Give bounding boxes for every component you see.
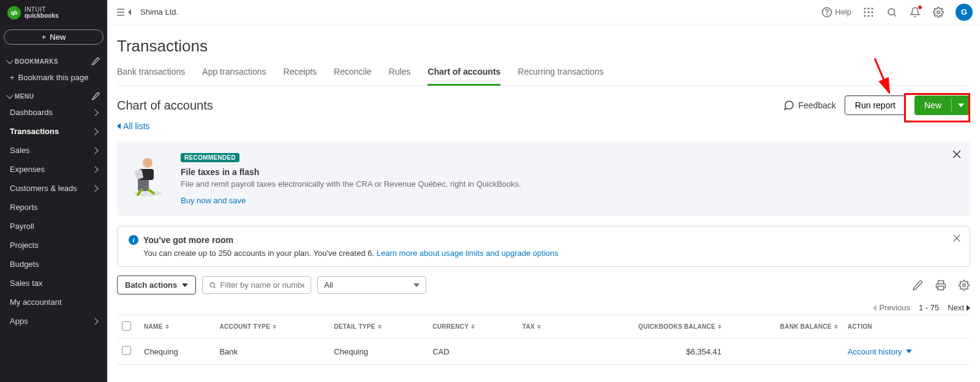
nav-budgets[interactable]: Budgets xyxy=(0,255,107,274)
nav-payroll[interactable]: Payroll xyxy=(0,217,107,236)
chevron-right-icon xyxy=(91,147,98,154)
col-bank-balance[interactable]: BANK BALANCE xyxy=(726,315,843,339)
sort-icon xyxy=(378,324,382,329)
nav-apps[interactable]: Apps xyxy=(0,312,107,331)
user-avatar[interactable]: G xyxy=(956,4,973,21)
col-qb-balance[interactable]: QUICKBOOKS BALANCE xyxy=(566,315,726,339)
all-lists-link[interactable]: All lists xyxy=(117,121,150,131)
next-label: Next xyxy=(948,303,964,312)
chevron-right-icon xyxy=(91,128,98,135)
run-report-button[interactable]: Run report xyxy=(845,96,906,115)
collapse-sidebar-icon[interactable] xyxy=(117,8,132,17)
learn-more-link[interactable]: Learn more about usage limits and upgrad… xyxy=(377,249,559,258)
previous-label: Previous xyxy=(879,303,910,312)
page-range: 1 - 75 xyxy=(919,303,939,312)
settings-icon[interactable] xyxy=(932,6,944,18)
close-icon[interactable] xyxy=(952,149,962,159)
edit-columns-icon[interactable] xyxy=(911,279,924,291)
tab-bank-transactions[interactable]: Bank transactions xyxy=(117,67,185,86)
tab-receipts[interactable]: Receipts xyxy=(284,67,317,86)
menu-label: MENU xyxy=(15,93,34,100)
plus-icon: + xyxy=(42,32,47,42)
type-filter-select[interactable]: All xyxy=(317,276,426,294)
col-name[interactable]: NAME xyxy=(139,315,214,339)
table-settings-icon[interactable] xyxy=(958,279,970,291)
bookmarks-header[interactable]: BOOKMARKS xyxy=(0,52,107,68)
row-checkbox[interactable] xyxy=(122,346,131,355)
sort-icon xyxy=(718,324,722,329)
col-detail-type[interactable]: DETAIL TYPE xyxy=(329,315,428,339)
svg-point-12 xyxy=(868,15,870,17)
svg-point-26 xyxy=(210,282,214,286)
account-history-link[interactable]: Account history xyxy=(848,347,965,356)
nav-sales-tax[interactable]: Sales tax xyxy=(0,274,107,293)
search-icon[interactable] xyxy=(886,6,898,18)
search-icon xyxy=(209,281,216,290)
sort-icon xyxy=(471,324,475,329)
help-label: Help xyxy=(835,7,851,17)
svg-line-15 xyxy=(894,14,896,17)
nav-reports[interactable]: Reports xyxy=(0,198,107,217)
help-button[interactable]: Help xyxy=(821,7,851,18)
svg-point-7 xyxy=(872,7,873,9)
new-account-dropdown[interactable] xyxy=(951,99,970,112)
new-account-button[interactable]: New xyxy=(914,96,951,115)
batch-actions-label: Batch actions xyxy=(125,280,177,290)
nav-dashboards[interactable]: Dashboards xyxy=(0,103,107,122)
nav-expenses[interactable]: Expenses xyxy=(0,160,107,179)
pagination: Previous 1 - 75 Next xyxy=(117,303,970,312)
table-row[interactable]: Chequing Bank Chequing CAD $6,354.41 Acc… xyxy=(117,339,970,365)
svg-point-8 xyxy=(864,11,866,13)
cell-currency: CAD xyxy=(428,339,518,365)
menu-header[interactable]: MENU xyxy=(0,87,107,103)
svg-point-6 xyxy=(868,7,870,9)
chevron-left-icon xyxy=(117,123,121,129)
svg-point-5 xyxy=(864,7,866,9)
recommended-card: RECOMMENDED File taxes in a flash File a… xyxy=(117,141,970,216)
print-icon[interactable] xyxy=(935,279,947,291)
svg-rect-28 xyxy=(938,286,944,290)
tab-app-transactions[interactable]: App transactions xyxy=(202,67,266,86)
col-account-type[interactable]: ACCOUNT TYPE xyxy=(214,315,329,339)
nav-sales[interactable]: Sales xyxy=(0,141,107,160)
buy-now-link[interactable]: Buy now and save xyxy=(181,196,521,205)
next-page[interactable]: Next xyxy=(948,303,970,312)
col-tax[interactable]: TAX xyxy=(518,315,567,339)
filter-input[interactable] xyxy=(221,280,305,290)
accounts-table: NAME ACCOUNT TYPE DETAIL TYPE CURRENCY T… xyxy=(117,315,970,365)
pencil-icon[interactable] xyxy=(91,92,100,100)
nav-projects[interactable]: Projects xyxy=(0,236,107,255)
all-lists-label: All lists xyxy=(123,121,150,131)
tab-recurring-transactions[interactable]: Recurring transactions xyxy=(518,67,603,86)
previous-page[interactable]: Previous xyxy=(873,303,910,312)
feedback-button[interactable]: Feedback xyxy=(783,100,835,111)
apps-grid-icon[interactable] xyxy=(862,6,875,18)
svg-line-27 xyxy=(214,286,216,288)
bookmark-this-page[interactable]: +Bookmark this page xyxy=(0,68,107,87)
svg-point-29 xyxy=(963,283,966,286)
svg-point-11 xyxy=(864,15,866,17)
chevron-down-icon xyxy=(906,350,912,353)
col-action: ACTION xyxy=(843,315,970,339)
pencil-icon[interactable] xyxy=(91,57,100,66)
main-content: Transactions Bank transactions App trans… xyxy=(107,24,980,382)
bookmark-label: Bookmark this page xyxy=(18,73,89,82)
notifications-icon[interactable] xyxy=(909,6,921,18)
cell-qb-balance: $6,354.41 xyxy=(566,339,726,365)
nav-my-accountant[interactable]: My accountant xyxy=(0,293,107,312)
company-name[interactable]: Shima Ltd. xyxy=(140,7,178,17)
chevron-left-icon xyxy=(873,305,876,311)
info-subtitle: You can create up to 250 accounts in you… xyxy=(129,249,959,258)
tab-rules[interactable]: Rules xyxy=(389,67,411,86)
col-currency[interactable]: CURRENCY xyxy=(428,315,518,339)
nav-transactions[interactable]: Transactions xyxy=(0,122,107,141)
nav-customers-leads[interactable]: Customers & leads xyxy=(0,179,107,198)
svg-point-13 xyxy=(872,15,873,17)
new-button[interactable]: + New xyxy=(4,29,104,45)
batch-actions-button[interactable]: Batch actions xyxy=(117,275,196,294)
page-title: Transactions xyxy=(117,37,970,56)
close-icon[interactable] xyxy=(952,234,961,242)
tab-reconcile[interactable]: Reconcile xyxy=(334,67,371,86)
select-all-checkbox[interactable] xyxy=(122,321,131,331)
tab-chart-of-accounts[interactable]: Chart of accounts xyxy=(428,67,500,86)
